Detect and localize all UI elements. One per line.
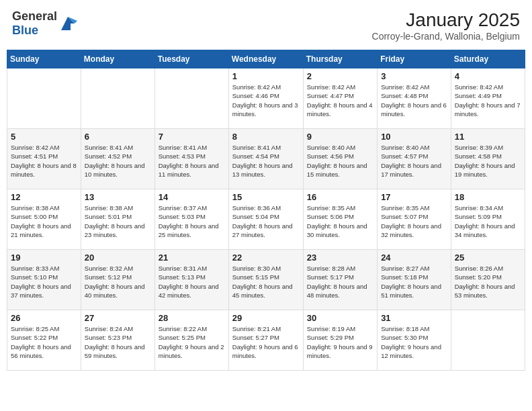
- calendar-cell: [451, 310, 525, 371]
- calendar-table: SundayMondayTuesdayWednesdayThursdayFrid…: [7, 50, 525, 371]
- calendar-cell: 3Sunrise: 8:42 AM Sunset: 4:48 PM Daylig…: [378, 68, 451, 129]
- calendar-cell: 26Sunrise: 8:25 AM Sunset: 5:22 PM Dayli…: [7, 310, 81, 371]
- calendar-cell: 4Sunrise: 8:42 AM Sunset: 4:49 PM Daylig…: [451, 68, 525, 129]
- day-info: Sunrise: 8:38 AM Sunset: 5:01 PM Dayligh…: [85, 203, 151, 239]
- calendar-cell: 29Sunrise: 8:21 AM Sunset: 5:27 PM Dayli…: [228, 310, 303, 371]
- day-number: 13: [85, 192, 151, 202]
- calendar-week-row: 26Sunrise: 8:25 AM Sunset: 5:22 PM Dayli…: [7, 310, 525, 371]
- day-number: 1: [232, 71, 300, 81]
- calendar-cell: 19Sunrise: 8:33 AM Sunset: 5:10 PM Dayli…: [7, 250, 81, 310]
- day-info: Sunrise: 8:33 AM Sunset: 5:10 PM Dayligh…: [11, 264, 77, 300]
- day-number: 23: [307, 253, 373, 263]
- day-info: Sunrise: 8:30 AM Sunset: 5:15 PM Dayligh…: [232, 264, 300, 300]
- calendar-cell: 15Sunrise: 8:36 AM Sunset: 5:04 PM Dayli…: [228, 189, 303, 250]
- day-info: Sunrise: 8:42 AM Sunset: 4:49 PM Dayligh…: [455, 83, 521, 118]
- calendar-cell: 5Sunrise: 8:42 AM Sunset: 4:51 PM Daylig…: [7, 129, 81, 189]
- calendar-week-row: 1Sunrise: 8:42 AM Sunset: 4:46 PM Daylig…: [7, 68, 525, 129]
- day-info: Sunrise: 8:31 AM Sunset: 5:13 PM Dayligh…: [159, 264, 225, 300]
- day-info: Sunrise: 8:25 AM Sunset: 5:22 PM Dayligh…: [11, 324, 77, 360]
- day-of-week-header: Saturday: [451, 50, 525, 68]
- day-of-week-header: Wednesday: [228, 50, 303, 68]
- day-number: 5: [11, 132, 77, 142]
- calendar-cell: 14Sunrise: 8:37 AM Sunset: 5:03 PM Dayli…: [154, 189, 228, 250]
- day-number: 20: [85, 253, 151, 263]
- day-number: 27: [85, 313, 151, 323]
- day-number: 15: [232, 192, 300, 202]
- day-of-week-header: Thursday: [303, 50, 377, 68]
- day-info: Sunrise: 8:38 AM Sunset: 5:00 PM Dayligh…: [11, 203, 77, 239]
- day-info: Sunrise: 8:41 AM Sunset: 4:54 PM Dayligh…: [232, 143, 300, 179]
- calendar-cell: 13Sunrise: 8:38 AM Sunset: 5:01 PM Dayli…: [81, 189, 154, 250]
- day-info: Sunrise: 8:41 AM Sunset: 4:53 PM Dayligh…: [159, 143, 225, 179]
- calendar-cell: 7Sunrise: 8:41 AM Sunset: 4:53 PM Daylig…: [154, 129, 228, 189]
- day-number: 25: [455, 253, 521, 263]
- day-number: 12: [11, 192, 77, 202]
- day-info: Sunrise: 8:41 AM Sunset: 4:52 PM Dayligh…: [85, 143, 151, 179]
- logo: General Blue: [12, 9, 77, 38]
- page-header: General Blue January 2025 Corroy-le-Gran…: [7, 7, 525, 44]
- calendar-week-row: 5Sunrise: 8:42 AM Sunset: 4:51 PM Daylig…: [7, 129, 525, 189]
- calendar-cell: 23Sunrise: 8:28 AM Sunset: 5:17 PM Dayli…: [303, 250, 377, 310]
- calendar-cell: 10Sunrise: 8:40 AM Sunset: 4:57 PM Dayli…: [378, 129, 451, 189]
- day-number: 10: [381, 132, 447, 142]
- calendar-cell: 25Sunrise: 8:26 AM Sunset: 5:20 PM Dayli…: [451, 250, 525, 310]
- day-info: Sunrise: 8:28 AM Sunset: 5:17 PM Dayligh…: [307, 264, 373, 300]
- logo-text: General Blue: [12, 9, 57, 38]
- calendar-cell: 22Sunrise: 8:30 AM Sunset: 5:15 PM Dayli…: [228, 250, 303, 310]
- day-info: Sunrise: 8:22 AM Sunset: 5:25 PM Dayligh…: [159, 324, 225, 360]
- day-info: Sunrise: 8:42 AM Sunset: 4:47 PM Dayligh…: [307, 83, 373, 118]
- day-of-week-header: Monday: [81, 50, 154, 68]
- day-info: Sunrise: 8:19 AM Sunset: 5:29 PM Dayligh…: [307, 324, 373, 360]
- day-number: 11: [455, 132, 521, 142]
- calendar-week-row: 19Sunrise: 8:33 AM Sunset: 5:10 PM Dayli…: [7, 250, 525, 310]
- calendar-cell: [154, 68, 228, 129]
- calendar-cell: 30Sunrise: 8:19 AM Sunset: 5:29 PM Dayli…: [303, 310, 377, 371]
- day-info: Sunrise: 8:37 AM Sunset: 5:03 PM Dayligh…: [159, 203, 225, 239]
- day-number: 19: [11, 253, 77, 263]
- day-info: Sunrise: 8:35 AM Sunset: 5:06 PM Dayligh…: [307, 203, 373, 239]
- day-number: 6: [85, 132, 151, 142]
- calendar-cell: 28Sunrise: 8:22 AM Sunset: 5:25 PM Dayli…: [154, 310, 228, 371]
- calendar-cell: 21Sunrise: 8:31 AM Sunset: 5:13 PM Dayli…: [154, 250, 228, 310]
- calendar-cell: 6Sunrise: 8:41 AM Sunset: 4:52 PM Daylig…: [81, 129, 154, 189]
- day-number: 17: [381, 192, 447, 202]
- day-number: 18: [455, 192, 521, 202]
- day-number: 21: [159, 253, 225, 263]
- calendar-cell: 27Sunrise: 8:24 AM Sunset: 5:23 PM Dayli…: [81, 310, 154, 371]
- calendar-week-row: 12Sunrise: 8:38 AM Sunset: 5:00 PM Dayli…: [7, 189, 525, 250]
- calendar-cell: 11Sunrise: 8:39 AM Sunset: 4:58 PM Dayli…: [451, 129, 525, 189]
- day-number: 3: [381, 71, 447, 81]
- calendar-cell: 17Sunrise: 8:35 AM Sunset: 5:07 PM Dayli…: [378, 189, 451, 250]
- day-of-week-header: Sunday: [7, 50, 81, 68]
- logo-icon: [58, 14, 77, 33]
- calendar-cell: 16Sunrise: 8:35 AM Sunset: 5:06 PM Dayli…: [303, 189, 377, 250]
- day-info: Sunrise: 8:42 AM Sunset: 4:48 PM Dayligh…: [381, 83, 447, 118]
- day-number: 22: [232, 253, 300, 263]
- logo-blue: Blue: [12, 24, 38, 37]
- calendar-header-row: SundayMondayTuesdayWednesdayThursdayFrid…: [7, 50, 525, 68]
- title-area: January 2025 Corroy-le-Grand, Wallonia, …: [372, 9, 520, 42]
- day-number: 29: [232, 313, 300, 323]
- day-number: 4: [455, 71, 521, 81]
- day-number: 24: [381, 253, 447, 263]
- day-number: 26: [11, 313, 77, 323]
- day-of-week-header: Friday: [378, 50, 451, 68]
- location-subtitle: Corroy-le-Grand, Wallonia, Belgium: [372, 31, 520, 42]
- day-number: 9: [307, 132, 373, 142]
- calendar-cell: [81, 68, 154, 129]
- day-info: Sunrise: 8:42 AM Sunset: 4:51 PM Dayligh…: [11, 143, 77, 179]
- logo-general: General: [12, 9, 57, 23]
- day-number: 14: [159, 192, 225, 202]
- day-info: Sunrise: 8:32 AM Sunset: 5:12 PM Dayligh…: [85, 264, 151, 300]
- month-title: January 2025: [372, 9, 520, 31]
- calendar-cell: 12Sunrise: 8:38 AM Sunset: 5:00 PM Dayli…: [7, 189, 81, 250]
- day-info: Sunrise: 8:21 AM Sunset: 5:27 PM Dayligh…: [232, 324, 300, 360]
- calendar-cell: 18Sunrise: 8:34 AM Sunset: 5:09 PM Dayli…: [451, 189, 525, 250]
- calendar-cell: 24Sunrise: 8:27 AM Sunset: 5:18 PM Dayli…: [378, 250, 451, 310]
- day-info: Sunrise: 8:26 AM Sunset: 5:20 PM Dayligh…: [455, 264, 521, 300]
- day-number: 8: [232, 132, 300, 142]
- day-info: Sunrise: 8:42 AM Sunset: 4:46 PM Dayligh…: [232, 83, 300, 118]
- day-info: Sunrise: 8:27 AM Sunset: 5:18 PM Dayligh…: [381, 264, 447, 300]
- day-number: 7: [159, 132, 225, 142]
- day-number: 16: [307, 192, 373, 202]
